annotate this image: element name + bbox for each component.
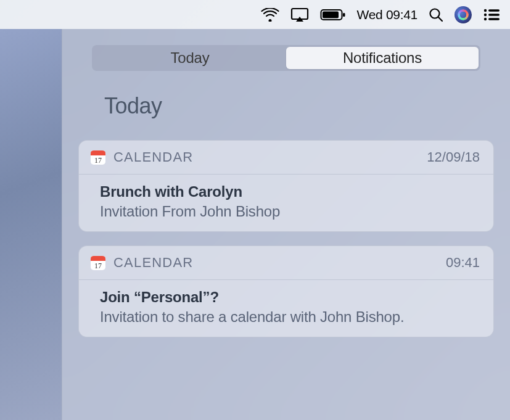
- card-subtitle: Invitation to share a calendar with John…: [100, 308, 480, 326]
- desktop-background: [0, 29, 62, 420]
- svg-rect-14: [91, 154, 105, 155]
- svg-line-5: [438, 17, 442, 21]
- calendar-icon: 17: [90, 255, 106, 271]
- svg-rect-11: [488, 18, 500, 20]
- search-icon[interactable]: [429, 7, 443, 22]
- card-body: Join “Personal”? Invitation to share a c…: [79, 280, 493, 337]
- menubar-datetime[interactable]: Wed 09:41: [357, 7, 418, 22]
- card-body: Brunch with Carolyn Invitation From John…: [79, 175, 493, 231]
- svg-point-6: [484, 9, 487, 11]
- card-timestamp: 12/09/18: [427, 149, 480, 165]
- card-title: Brunch with Carolyn: [100, 183, 480, 200]
- notification-card[interactable]: 17 CALENDAR 12/09/18 Brunch with Carolyn…: [78, 140, 494, 232]
- card-timestamp: 09:41: [446, 255, 480, 271]
- svg-text:17: 17: [94, 156, 102, 165]
- section-title: Today: [104, 93, 494, 119]
- nc-tabs: Today Notifications: [92, 45, 480, 71]
- card-header: 17 CALENDAR 12/09/18: [79, 141, 493, 174]
- menu-bar: Wed 09:41: [0, 0, 510, 29]
- notification-card[interactable]: 17 CALENDAR 09:41 Join “Personal”? Invit…: [78, 245, 494, 337]
- card-app-name: CALENDAR: [113, 255, 446, 271]
- siri-icon[interactable]: [454, 6, 472, 23]
- card-subtitle: Invitation From John Bishop: [100, 203, 480, 220]
- svg-point-10: [484, 17, 487, 20]
- svg-text:17: 17: [94, 261, 102, 270]
- airplay-icon[interactable]: [290, 7, 309, 22]
- svg-rect-18: [91, 259, 105, 261]
- card-header: 17 CALENDAR 09:41: [79, 246, 493, 279]
- wifi-icon[interactable]: [261, 8, 279, 22]
- notification-center-icon[interactable]: [483, 8, 500, 22]
- card-app-name: CALENDAR: [113, 149, 427, 165]
- svg-rect-9: [488, 14, 500, 16]
- battery-icon[interactable]: [320, 9, 346, 21]
- svg-rect-7: [488, 9, 500, 12]
- svg-rect-2: [323, 11, 339, 18]
- svg-point-8: [484, 13, 487, 15]
- calendar-icon: 17: [90, 149, 106, 165]
- card-title: Join “Personal”?: [100, 289, 480, 306]
- tab-notifications[interactable]: Notifications: [286, 47, 479, 69]
- svg-rect-3: [343, 13, 345, 17]
- tab-today[interactable]: Today: [94, 47, 286, 69]
- notification-center: Today Notifications Today 17 CALENDAR 12…: [62, 29, 510, 420]
